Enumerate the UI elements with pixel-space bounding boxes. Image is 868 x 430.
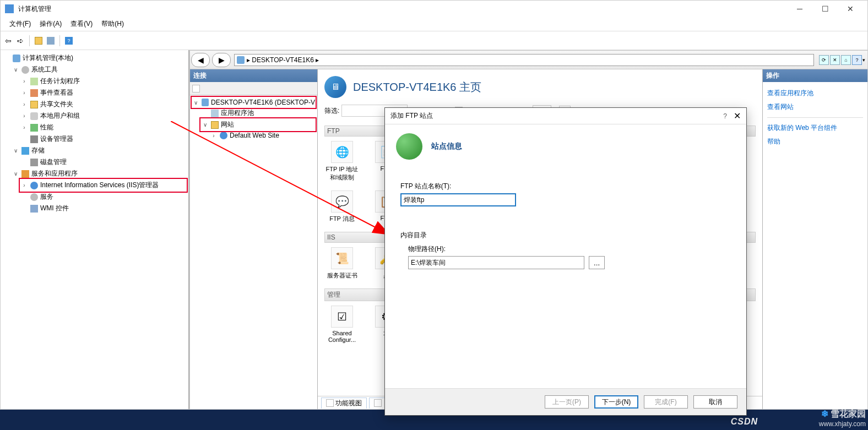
watermark: ❄ 雪花家园 www.xhjaty.com	[819, 409, 866, 428]
tree-label: 服务和应用程序	[31, 169, 78, 178]
feature-ftp-ip[interactable]: 🌐FTP IP 地址和域限制	[324, 141, 360, 182]
iis-home-icon[interactable]: ⌂	[841, 55, 851, 65]
minimize-button[interactable]: ─	[787, 1, 812, 17]
tree-local-users[interactable]: ›本地用户和组	[20, 110, 186, 122]
tree-event-viewer[interactable]: ›事件查看器	[20, 87, 186, 99]
conn-sites[interactable]: ∨网站	[201, 119, 315, 130]
clock-icon	[30, 78, 38, 85]
chevron-down-icon[interactable]: ▾	[862, 57, 865, 63]
tree-services[interactable]: 服务	[20, 191, 186, 203]
tree-label: 本地用户和组	[40, 111, 80, 121]
tree-performance[interactable]: ›性能	[20, 122, 186, 133]
menu-view[interactable]: 查看(V)	[66, 18, 97, 30]
tab-feature-view[interactable]: 功能视图	[321, 398, 367, 409]
menu-action[interactable]: 操作(A)	[35, 18, 66, 30]
iis-forward-button[interactable]: ▶	[212, 53, 231, 67]
tree-storage[interactable]: ∨存储	[12, 145, 186, 156]
breadcrumb-sep: ▸	[314, 56, 319, 64]
action-help[interactable]: 帮助	[767, 135, 863, 149]
tree-toggle[interactable]: ›	[20, 78, 28, 84]
wm-url: www.xhjaty.com	[819, 420, 866, 428]
tree-iis-manager[interactable]: ›Internet Information Services (IIS)管理器	[20, 179, 186, 191]
breadcrumb[interactable]: ▸ DESKTOP-VT4E1K6 ▸	[234, 54, 814, 66]
feature-shared-config[interactable]: ☑Shared Configur...	[324, 306, 360, 343]
tree-label: 存储	[31, 146, 45, 155]
disk-icon	[30, 159, 38, 166]
close-button[interactable]: ✕	[838, 1, 863, 17]
tree-label: 服务	[40, 192, 53, 202]
tree-shared-folders[interactable]: ›共享文件夹	[20, 99, 186, 110]
explore-icon[interactable]	[33, 35, 44, 46]
event-icon	[30, 89, 38, 97]
tree-disk-mgmt[interactable]: 磁盘管理	[20, 156, 186, 168]
tree-label: 设备管理器	[40, 134, 73, 144]
iis-icon	[30, 182, 38, 189]
tree-toggle[interactable]: ∨	[12, 148, 19, 154]
forward-button[interactable]: ➪	[15, 35, 26, 46]
iis-help-icon[interactable]: ?	[852, 55, 862, 65]
tree-label: 事件查看器	[40, 88, 73, 97]
feature-ftp-msg[interactable]: 💬FTP 消息	[324, 190, 360, 223]
ftp-msg-icon: 💬	[331, 190, 353, 213]
physical-path-input[interactable]	[408, 256, 584, 269]
tree-device-manager[interactable]: 设备管理器	[20, 133, 186, 145]
tree-services-apps[interactable]: ∨服务和应用程序	[12, 168, 186, 179]
back-button[interactable]: ⇦	[3, 35, 14, 46]
menubar: 文件(F) 操作(A) 查看(V) 帮助(H)	[1, 17, 867, 31]
iis-stop-icon[interactable]: ✕	[830, 55, 840, 65]
feature-label: FTP 消息	[324, 215, 360, 223]
tree-task-scheduler[interactable]: ›任务计划程序	[20, 75, 186, 87]
conn-host-node[interactable]: ∨DESKTOP-VT4E1K6 (DESKTOP-V	[192, 97, 315, 107]
tree-system-tools[interactable]: ∨系统工具	[12, 64, 186, 75]
tree-toggle[interactable]: ∨	[192, 100, 199, 106]
tree-label: 计算机管理(本地)	[23, 53, 73, 63]
next-button[interactable]: 下一步(N)	[594, 395, 638, 409]
browse-button[interactable]: ...	[589, 256, 605, 269]
dialog-heading: 站点信息	[431, 141, 462, 151]
prev-button: 上一页(P)	[545, 395, 589, 409]
conn-app-pools[interactable]: 应用程序池	[201, 107, 315, 119]
action-web-platform[interactable]: 获取新的 Web 平台组件	[767, 121, 863, 135]
wm-brand: ❄ 雪花家园	[819, 409, 866, 420]
feature-label: FTP IP 地址和域限制	[324, 165, 360, 182]
tree-toggle[interactable]: ›	[20, 113, 28, 119]
maximize-button[interactable]: ☐	[812, 1, 838, 17]
dialog-close-button[interactable]: ✕	[734, 111, 741, 121]
physical-path-label: 物理路径(H):	[408, 244, 731, 254]
tree-toggle[interactable]: ›	[20, 101, 28, 107]
toolbar: ⇦ ➪ ?	[1, 31, 867, 50]
csdn-watermark: CSDN	[731, 417, 758, 427]
menu-file[interactable]: 文件(F)	[5, 18, 35, 30]
page-title: DESKTOP-VT4E1K6 主页	[353, 80, 481, 95]
action-view-sites[interactable]: 查看网站	[767, 100, 863, 114]
tree-wmi-control[interactable]: WMI 控件	[20, 203, 186, 214]
left-tree-panel: 计算机管理(本地) ∨系统工具 ›任务计划程序 ›事件查看器 ›共享文件夹 ›本…	[1, 50, 189, 409]
menu-help[interactable]: 帮助(H)	[97, 18, 128, 30]
tree-toggle[interactable]: ›	[20, 90, 28, 96]
add-ftp-site-dialog: 添加 FTP 站点 ? ✕ 站点信息 FTP 站点名称(T): 内容目录 物理路…	[384, 107, 747, 416]
tree-toggle[interactable]: ›	[210, 133, 218, 139]
tab-label: 功能视图	[335, 399, 362, 407]
properties-icon[interactable]	[45, 35, 56, 46]
feature-label: 服务器证书	[324, 271, 360, 280]
tree-label: Internet Information Services (IIS)管理器	[40, 181, 159, 190]
conn-default-site[interactable]: ›Default Web Site	[210, 130, 315, 140]
cert-icon: 📜	[331, 247, 353, 269]
wmi-icon	[30, 205, 38, 213]
tree-toggle[interactable]: ∨	[12, 171, 19, 177]
tree-toggle[interactable]: ›	[20, 124, 28, 130]
site-name-input[interactable]	[400, 193, 516, 206]
tree-root[interactable]: 计算机管理(本地)	[3, 52, 186, 64]
cancel-button[interactable]: 取消	[693, 395, 737, 409]
tree-toggle[interactable]: ∨	[12, 67, 19, 73]
iis-refresh-icon[interactable]: ⟳	[819, 55, 829, 65]
feature-server-cert[interactable]: 📜服务器证书	[324, 247, 360, 280]
action-view-pools[interactable]: 查看应用程序池	[767, 86, 863, 100]
iis-back-button[interactable]: ◀	[191, 53, 210, 67]
tree-toggle[interactable]: ∨	[201, 122, 209, 128]
tab-icon	[326, 399, 334, 407]
help-icon[interactable]: ?	[63, 35, 74, 46]
tree-toggle[interactable]: ›	[20, 182, 28, 188]
dialog-help-button[interactable]: ?	[723, 112, 727, 120]
page-icon[interactable]	[192, 85, 200, 92]
